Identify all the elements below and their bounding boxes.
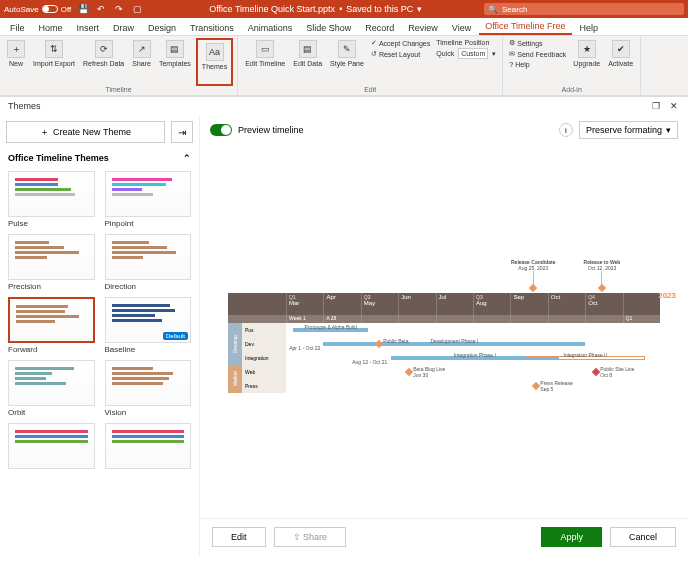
- new-button[interactable]: ＋New: [4, 38, 28, 86]
- tab-record[interactable]: Record: [359, 21, 400, 35]
- theme-card-vision[interactable]: Vision: [105, 360, 192, 417]
- timeline-position-label: Timeline Position: [434, 38, 498, 47]
- close-icon[interactable]: ✕: [670, 101, 680, 111]
- save-icon[interactable]: 💾: [77, 3, 89, 15]
- tab-animations[interactable]: Animations: [242, 21, 299, 35]
- help-link[interactable]: ?Help: [507, 60, 568, 69]
- create-new-theme-button[interactable]: ＋Create New Theme: [6, 121, 165, 143]
- theme-card-baseline[interactable]: DefaultBaseline: [105, 297, 192, 354]
- timeline-preview-canvas: Release CandidateAug 25, 2023Release to …: [210, 149, 678, 514]
- ribbon-group-timeline: ＋New ⇅Import Export ⟳Refresh Data ↗Share…: [0, 36, 238, 95]
- apply-button[interactable]: Apply: [541, 527, 602, 547]
- tab-home[interactable]: Home: [33, 21, 69, 35]
- ribbon-group-addin: ⚙Settings ✉Send Feedback ?Help ★Upgrade …: [503, 36, 641, 95]
- templates-button[interactable]: ▤Templates: [156, 38, 194, 86]
- tab-review[interactable]: Review: [402, 21, 444, 35]
- search-icon: 🔍: [488, 5, 498, 14]
- redo-icon[interactable]: ↷: [113, 3, 125, 15]
- theme-card-pulse[interactable]: Pulse: [8, 171, 95, 228]
- edit-button[interactable]: Edit: [212, 527, 266, 547]
- reset-layout-check[interactable]: ↺Reset Layout: [369, 49, 432, 59]
- import-theme-button[interactable]: ⇥: [171, 121, 193, 143]
- gear-icon: ⚙: [509, 39, 515, 47]
- theme-card-more[interactable]: [8, 423, 95, 469]
- ribbon-group-label: Edit: [242, 86, 498, 93]
- timeline-position-launcher[interactable]: ▾: [490, 48, 498, 59]
- themes-pane: Themes ❐ ✕ ＋Create New Theme ⇥ Office Ti…: [0, 96, 688, 568]
- chevron-down-icon: ▾: [666, 125, 671, 135]
- share-icon: ⇪: [293, 532, 301, 542]
- themes-button[interactable]: AaThemes: [199, 41, 230, 72]
- theme-card-direction[interactable]: Direction: [105, 234, 192, 291]
- preview-toggle-label: Preview timeline: [238, 125, 304, 135]
- tab-draw[interactable]: Draw: [107, 21, 140, 35]
- preview-column: Preview timeline i Preserve formating ▾ …: [200, 115, 688, 555]
- help-icon: ?: [509, 61, 513, 68]
- refresh-data-button[interactable]: ⟳Refresh Data: [80, 38, 127, 86]
- theme-card-forward[interactable]: Forward: [8, 297, 95, 354]
- undo-icon[interactable]: ↶: [95, 3, 107, 15]
- send-feedback-link[interactable]: ✉Send Feedback: [507, 49, 568, 59]
- tab-insert[interactable]: Insert: [71, 21, 106, 35]
- import-export-button[interactable]: ⇅Import Export: [30, 38, 78, 86]
- title-bar: AutoSave Off 💾 ↶ ↷ ▢ Office Timeline Qui…: [0, 0, 688, 18]
- tab-slide-show[interactable]: Slide Show: [300, 21, 357, 35]
- theme-card-pinpoint[interactable]: Pinpoint: [105, 171, 192, 228]
- theme-card-orbit[interactable]: Orbit: [8, 360, 95, 417]
- present-icon[interactable]: ▢: [131, 3, 143, 15]
- ribbon: ＋New ⇅Import Export ⟳Refresh Data ↗Share…: [0, 36, 688, 96]
- tab-transitions[interactable]: Transitions: [184, 21, 240, 35]
- cancel-button[interactable]: Cancel: [610, 527, 676, 547]
- themes-section-header[interactable]: Office Timeline Themes ⌃: [0, 149, 199, 167]
- import-icon: ⇥: [178, 127, 186, 138]
- theme-card-more[interactable]: [105, 423, 192, 469]
- tab-file[interactable]: File: [4, 21, 31, 35]
- upgrade-button[interactable]: ★Upgrade: [570, 38, 603, 86]
- search-box[interactable]: 🔍 Search: [484, 3, 684, 15]
- tab-office-timeline-free[interactable]: Office Timeline Free: [479, 19, 571, 35]
- info-icon[interactable]: i: [559, 123, 573, 137]
- pane-footer: Edit ⇪ Share Apply Cancel: [200, 518, 688, 555]
- preserve-formatting-dropdown[interactable]: Preserve formating ▾: [579, 121, 678, 139]
- autosave-toggle[interactable]: AutoSave Off: [4, 5, 71, 14]
- tab-design[interactable]: Design: [142, 21, 182, 35]
- edit-timeline-button[interactable]: ▭Edit Timeline: [242, 38, 288, 86]
- ribbon-group-label: Add-in: [507, 86, 636, 93]
- edit-data-button[interactable]: ▤Edit Data: [290, 38, 325, 86]
- chevron-up-icon: ⌃: [183, 153, 191, 163]
- tab-help[interactable]: Help: [574, 21, 605, 35]
- share-theme-button[interactable]: ⇪ Share: [274, 527, 347, 547]
- ribbon-group-label: Timeline: [4, 86, 233, 93]
- accept-changes-check[interactable]: ✓Accept Changes: [369, 38, 432, 48]
- activate-button[interactable]: ✔Activate: [605, 38, 636, 86]
- themes-button-highlight: AaThemes: [196, 38, 233, 86]
- feedback-icon: ✉: [509, 50, 515, 58]
- style-pane-button[interactable]: ✎Style Pane: [327, 38, 367, 86]
- document-title: Office Timeline Quick Start.pptx • Saved…: [209, 4, 422, 14]
- menu-tabs: FileHomeInsertDrawDesignTransitionsAnima…: [0, 18, 688, 36]
- theme-card-precision[interactable]: Precision: [8, 234, 95, 291]
- custom-button[interactable]: Custom: [458, 48, 488, 59]
- preview-toggle[interactable]: [210, 124, 232, 136]
- ribbon-group-edit: ▭Edit Timeline ▤Edit Data ✎Style Pane ✓A…: [238, 36, 503, 95]
- themes-sidebar: ＋Create New Theme ⇥ Office Timeline Them…: [0, 115, 200, 555]
- share-button[interactable]: ↗Share: [129, 38, 154, 86]
- quick-button[interactable]: Quick: [434, 48, 456, 59]
- pane-title: Themes: [8, 101, 41, 111]
- tab-view[interactable]: View: [446, 21, 477, 35]
- settings-link[interactable]: ⚙Settings: [507, 38, 568, 48]
- popout-icon[interactable]: ❐: [652, 101, 662, 111]
